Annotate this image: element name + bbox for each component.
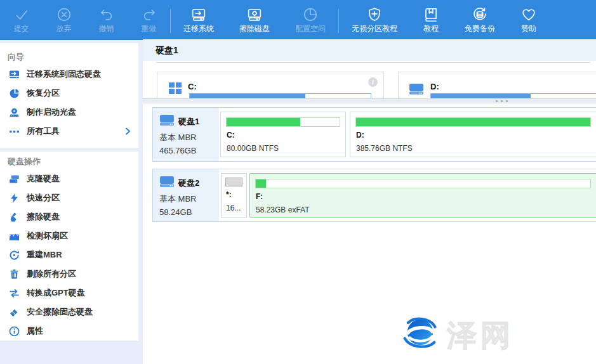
migrate-ssd-icon [9, 69, 20, 80]
disk1-label-cell[interactable]: 硬盘1 基本 MBR 465.76GB [153, 108, 219, 161]
undo-icon [98, 6, 115, 23]
usage-fill [190, 94, 305, 98]
partition-info: 16... [226, 204, 246, 212]
partition-info: 58.23GB exFAT [256, 205, 596, 214]
sponsor-button[interactable]: 赞助 [508, 0, 550, 39]
disk-name: 硬盘1 [178, 116, 199, 127]
chevron-right-icon [123, 127, 132, 138]
windows-logo-icon [169, 82, 182, 94]
heart-icon [520, 6, 537, 23]
sidebar-section-title: 向导 [0, 49, 138, 65]
disk-name: 硬盘2 [178, 178, 199, 189]
disk-row-2: 硬盘2 基本 MBR 58.24GB *: 16... F: 58.23GB e… [152, 169, 596, 222]
usage-fill [256, 179, 266, 188]
sidebar-item-label: 迁移系统到固态硬盘 [27, 68, 101, 80]
rebuild-refresh-icon [9, 250, 20, 261]
partition-letter: D: [356, 131, 596, 140]
overview-card-c[interactable]: C: i [157, 72, 384, 98]
sidebar-item-recover-partition[interactable]: 恢复分区 [0, 84, 138, 103]
sidebar-item-label: 擦除硬盘 [27, 211, 60, 223]
undo-label: 撤销 [99, 24, 114, 33]
usage-bar [189, 93, 371, 98]
partition-assistant-window: 提交 放弃 撤销 重做 迁移系统 [0, 0, 596, 364]
cancel-circle-icon [56, 6, 72, 23]
sidebar-item-rebuild-mbr[interactable]: 重建MBR [0, 245, 138, 264]
watermark: 泽网 [399, 312, 514, 356]
usage-bar [225, 178, 242, 186]
sidebar-item-label: 属性 [27, 325, 43, 337]
disk2-label-cell[interactable]: 硬盘2 基本 MBR 58.24GB [153, 169, 219, 221]
submit-button[interactable]: 提交 [0, 0, 43, 39]
sidebar-item-properties[interactable]: 属性 [0, 322, 138, 341]
migrate-system-label: 迁移系统 [183, 24, 214, 33]
sidebar-item-convert-gpt[interactable]: 转换成GPT硬盘 [0, 283, 138, 302]
disk-size: 465.76GB [159, 146, 219, 155]
tab-disk1-label: 硬盘1 [156, 45, 178, 56]
ellipsis-icon [9, 126, 20, 137]
disk-size: 58.24GB [159, 207, 219, 217]
sidebar-item-all-tools[interactable]: 所有工具 [0, 122, 138, 141]
boot-disc-icon [9, 107, 20, 118]
sidebar-item-quick-partition[interactable]: 快速分区 [0, 188, 138, 207]
migrate-system-button[interactable]: 迁移系统 [171, 0, 227, 39]
book-icon [423, 6, 439, 23]
undo-button[interactable]: 撤销 [85, 0, 128, 39]
erase-disk-label: 擦除磁盘 [239, 24, 270, 33]
sidebar-item-label: 转换成GPT硬盘 [27, 287, 85, 299]
partition-tutorial-button[interactable]: 无损分区教程 [339, 0, 410, 39]
main-panel: 硬盘1 C: i D: [143, 39, 596, 364]
disk-row-1: 硬盘1 基本 MBR 465.76GB C: 80.00GB NTFS D: 3… [152, 107, 596, 162]
overview-card-letter: C: [188, 82, 197, 91]
partition-reserved[interactable]: *: 16... [221, 173, 247, 218]
trash-icon [9, 269, 20, 280]
tab-disk1[interactable]: 硬盘1 [143, 40, 596, 61]
sidebar-item-erase-disk[interactable]: 擦除硬盘 [0, 207, 138, 226]
sidebar-item-secure-erase-ssd[interactable]: 安全擦除固态硬盘 [0, 302, 138, 322]
check-icon [13, 6, 30, 23]
toolbar: 提交 放弃 撤销 重做 迁移系统 [0, 0, 596, 40]
usage-bar [430, 93, 596, 98]
sidebar-item-label: 安全擦除固态硬盘 [27, 306, 93, 318]
overview-card-d[interactable]: D: [398, 72, 596, 98]
partition-c[interactable]: C: 80.00GB NTFS [220, 112, 346, 157]
usage-fill [226, 178, 242, 186]
partition-f-selected[interactable]: F: 58.23GB exFAT [249, 173, 596, 218]
sidebar-item-label: 克隆硬盘 [27, 173, 60, 185]
tutorial-button[interactable]: 教程 [410, 0, 452, 39]
divider [156, 62, 591, 63]
sidebar-item-make-boot-disc[interactable]: 制作启动光盘 [0, 103, 138, 122]
redo-button[interactable]: 重做 [128, 0, 170, 39]
wave-chart-icon [9, 231, 20, 242]
allocate-space-button[interactable]: 配置空间 [282, 0, 338, 39]
sidebar-item-label: 检测坏扇区 [27, 230, 68, 242]
sidebar-item-delete-all-partitions[interactable]: 删除所有分区 [0, 264, 138, 283]
usage-bar [255, 179, 591, 188]
sidebar-item-clone-disk[interactable]: 克隆硬盘 [0, 169, 138, 188]
sidebar-item-label: 制作启动光盘 [27, 107, 76, 118]
partition-letter: *: [226, 190, 246, 199]
sidebar-item-label: 重建MBR [27, 249, 62, 261]
sponsor-label: 赞助 [521, 24, 536, 33]
clock-pie-icon [302, 6, 319, 23]
erase-disk-icon [246, 6, 263, 23]
sidebar-item-migrate-to-ssd[interactable]: 迁移系统到固态硬盘 [0, 65, 138, 84]
sidebar-item-label: 删除所有分区 [27, 268, 76, 280]
submit-label: 提交 [14, 24, 29, 33]
free-backup-button[interactable]: 免费备份 [452, 0, 508, 39]
splitter-handle[interactable] [143, 98, 596, 103]
discard-button[interactable]: 放弃 [43, 0, 85, 39]
drive-icon [409, 83, 424, 98]
sidebar-item-label: 所有工具 [27, 126, 60, 137]
info-circle-icon [9, 326, 20, 337]
disk-overview-strip: C: i D: [143, 70, 596, 98]
usage-bar [226, 117, 340, 127]
sidebar-item-check-bad-sectors[interactable]: 检测坏扇区 [0, 226, 138, 245]
pie-chart-icon [9, 88, 20, 99]
erase-disk-button[interactable]: 擦除磁盘 [227, 0, 282, 39]
partition-d[interactable]: D: 385.76GB NTFS [350, 112, 596, 157]
partition-letter: F: [256, 192, 596, 201]
disk-type: 基本 MBR [159, 132, 219, 143]
partition-letter: C: [227, 131, 345, 140]
info-icon[interactable]: i [368, 77, 378, 87]
watermark-text: 泽网 [447, 316, 514, 356]
